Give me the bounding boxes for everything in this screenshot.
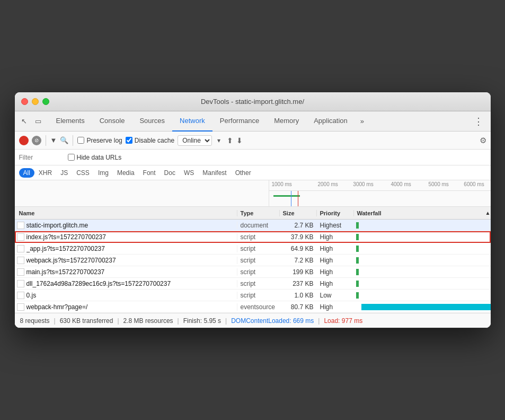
row-type-5: script [237, 280, 280, 287]
tab-elements[interactable]: Elements [49, 111, 92, 132]
maximize-button[interactable] [42, 98, 49, 105]
load-line [298, 191, 298, 206]
upload-icon[interactable]: ⬆ [227, 136, 233, 145]
row-type-3: script [237, 257, 280, 264]
type-filter-all[interactable]: All [19, 168, 34, 178]
row-priority-1: High [317, 233, 354, 241]
timeline-bar-green [273, 195, 300, 197]
search-icon[interactable]: 🔍 [60, 136, 68, 144]
timeline-right: 1000 ms 2000 ms 3000 ms 4000 ms 5000 ms … [269, 180, 491, 206]
table-row[interactable]: dll_1762a4d98a7289ec16c9.js?ts=157227070… [15, 278, 491, 290]
row-name-6: 0.js [26, 292, 237, 299]
hide-urls-checkbox[interactable] [68, 154, 75, 161]
row-name-cell-7: webpack-hmr?page=/ [15, 303, 237, 311]
disable-cache-label[interactable]: Disable cache [126, 137, 174, 144]
disable-cache-checkbox[interactable] [126, 137, 132, 144]
tab-sources[interactable]: Sources [132, 111, 172, 132]
type-filter-other[interactable]: Other [231, 168, 255, 178]
settings-icon[interactable]: ⚙ [480, 136, 486, 145]
close-button[interactable] [21, 98, 28, 105]
network-toolbar: ⊘ ▼ 🔍 Preserve log Disable cache Online … [15, 132, 491, 150]
filter-icon[interactable]: ▼ [50, 136, 57, 144]
timeline-left [15, 180, 269, 206]
type-filter-js[interactable]: JS [56, 168, 72, 178]
table-row[interactable]: static-import.glitch.me document 2.7 KB … [15, 220, 491, 231]
type-filter-ws[interactable]: WS [180, 168, 198, 178]
waterfall-bar-6 [356, 292, 359, 299]
row-size-1: 37.9 KB [280, 233, 317, 241]
row-type-7: eventsource [237, 303, 280, 311]
toolbar-separator-2 [73, 135, 73, 146]
tab-console[interactable]: Console [92, 111, 132, 132]
minimize-button[interactable] [32, 98, 39, 105]
row-name-cell-0: static-import.glitch.me [15, 222, 237, 229]
tab-memory[interactable]: Memory [267, 111, 306, 132]
row-size-6: 1.0 KB [280, 292, 317, 299]
row-type-1: script [237, 233, 280, 241]
throttle-arrow: ▾ [217, 137, 220, 144]
throttle-select[interactable]: Online [178, 135, 212, 146]
waterfall-bar-2 [356, 246, 359, 252]
row-type-4: script [237, 268, 280, 276]
clear-button[interactable]: ⊘ [32, 136, 41, 145]
status-bar: 8 requests | 630 KB transferred | 2.8 MB… [15, 313, 491, 328]
type-filter-font[interactable]: Font [139, 168, 160, 178]
preserve-log-label[interactable]: Preserve log [77, 137, 122, 144]
row-type-2: script [237, 245, 280, 252]
file-icon-6 [17, 292, 24, 299]
file-icon-4 [17, 268, 24, 276]
type-filter-media[interactable]: Media [113, 168, 139, 178]
table-row[interactable]: index.js?ts=1572270700237 script 37.9 KB… [15, 231, 491, 243]
col-header-priority[interactable]: Priority [317, 210, 354, 216]
table-row[interactable]: 0.js script 1.0 KB Low [15, 290, 491, 301]
row-name-5: dll_1762a4d98a7289ec16c9.js?ts=157227070… [26, 280, 237, 287]
table-row[interactable]: webpack-hmr?page=/ eventsource 80.7 KB H… [15, 301, 491, 313]
resources-size: 2.8 MB resources [123, 317, 173, 325]
cursor-icon[interactable]: ↖ [19, 116, 30, 127]
file-icon-5 [17, 280, 24, 287]
row-name-cell-1: index.js?ts=1572270700237 [15, 233, 237, 241]
table-row[interactable]: webpack.js?ts=1572270700237 script 7.2 K… [15, 255, 491, 266]
row-name-cell-6: 0.js [15, 292, 237, 299]
type-filter-css[interactable]: CSS [72, 168, 94, 178]
more-tabs-button[interactable]: » [357, 117, 367, 125]
tick-3000: 3000 ms [353, 181, 373, 187]
row-name-7: webpack-hmr?page=/ [26, 303, 237, 311]
filter-input[interactable] [19, 154, 61, 161]
row-priority-0: Highest [317, 222, 354, 229]
type-filter-img[interactable]: Img [94, 168, 113, 178]
devtools-menu-button[interactable]: ⋮ [471, 116, 486, 127]
tab-application[interactable]: Application [306, 111, 355, 132]
type-filter-doc[interactable]: Doc [160, 168, 180, 178]
sort-arrow-icon: ▲ [485, 210, 491, 216]
table-row[interactable]: main.js?ts=1572270700237 script 199 KB H… [15, 266, 491, 278]
record-button[interactable] [19, 136, 29, 145]
col-header-size[interactable]: Size [280, 210, 317, 216]
device-icon[interactable]: ▭ [33, 116, 43, 127]
row-priority-7: High [317, 303, 354, 311]
type-filter-manifest[interactable]: Manifest [198, 168, 231, 178]
preserve-log-checkbox[interactable] [77, 137, 84, 144]
col-header-type[interactable]: Type [237, 210, 280, 216]
table-row[interactable]: _app.js?ts=1572270700237 script 64.9 KB … [15, 243, 491, 255]
timeline-bar-area [269, 191, 491, 206]
row-name-cell-4: main.js?ts=1572270700237 [15, 268, 237, 276]
title-bar: DevTools - static-import.glitch.me/ [15, 92, 491, 111]
timeline-header: 1000 ms 2000 ms 3000 ms 4000 ms 5000 ms … [15, 180, 491, 207]
tick-6000: 6000 ms [464, 181, 484, 187]
download-icon[interactable]: ⬇ [236, 136, 243, 145]
table-header: Name Type Size Priority Waterfall ▲ [15, 207, 491, 220]
row-name-cell-2: _app.js?ts=1572270700237 [15, 245, 237, 252]
file-icon-1 [17, 233, 24, 241]
hide-urls-label[interactable]: Hide data URLs [68, 154, 122, 161]
file-icon-7 [17, 303, 24, 311]
row-size-5: 237 KB [280, 280, 317, 287]
tab-icons: ↖ ▭ [19, 116, 43, 127]
tab-performance[interactable]: Performance [212, 111, 267, 132]
type-filter-xhr[interactable]: XHR [34, 168, 56, 178]
col-header-name[interactable]: Name [15, 210, 237, 216]
row-name-1: index.js?ts=1572270700237 [26, 233, 237, 241]
col-header-waterfall[interactable]: Waterfall ▲ [354, 210, 491, 216]
tabs-bar: ↖ ▭ Elements Console Sources Network Per… [15, 111, 491, 132]
tab-network[interactable]: Network [172, 111, 212, 132]
